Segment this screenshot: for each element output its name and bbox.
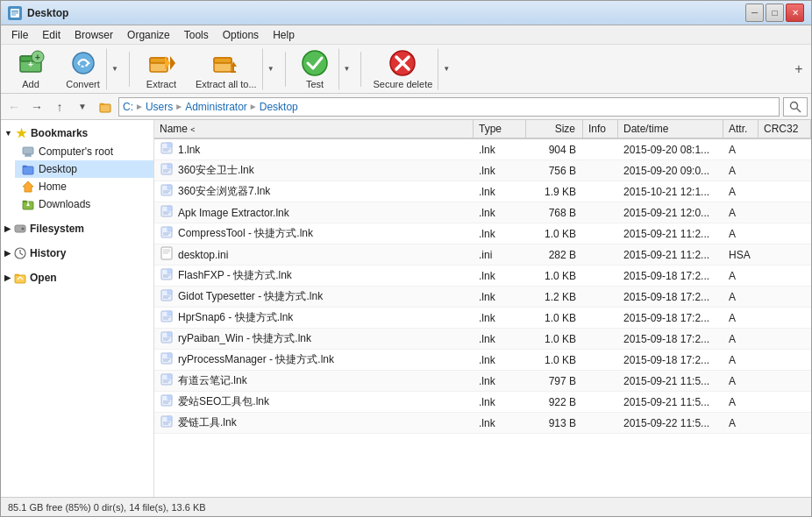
file-list: Name < Type Size Info Date/time Attr. CR… (154, 120, 811, 497)
file-attr: A (723, 289, 759, 305)
table-row[interactable]: FlashFXP - 快捷方式.lnk .lnk 1.0 KB 2015-09-… (154, 266, 811, 287)
svg-rect-76 (167, 332, 172, 336)
add-button[interactable]: + + Add (4, 48, 57, 90)
menu-file[interactable]: File (4, 27, 35, 43)
svg-rect-84 (167, 374, 172, 379)
folder-icon-button[interactable] (96, 97, 115, 117)
close-button[interactable]: ✕ (786, 4, 804, 22)
file-date: 2015-10-21 12:1... (618, 184, 723, 200)
col-header-crc[interactable]: CRC32 (759, 120, 811, 138)
bc-desktop[interactable]: Desktop (260, 101, 298, 113)
col-header-type[interactable]: Type (474, 120, 526, 138)
back-button[interactable]: ← (4, 97, 24, 117)
menu-help[interactable]: Help (266, 27, 302, 43)
dropdown-button[interactable]: ▼ (73, 97, 92, 117)
file-type: .lnk (474, 184, 526, 200)
secure-delete-button[interactable]: Secure delete (367, 48, 438, 90)
table-row[interactable]: ryProcessManager - 快捷方式.lnk .lnk 1.0 KB … (154, 350, 811, 371)
toolbar-separator-2 (285, 52, 286, 87)
extract-all-icon (212, 49, 240, 77)
menu-edit[interactable]: Edit (35, 27, 68, 43)
file-size: 922 B (526, 394, 583, 410)
minimize-button[interactable]: ─ (745, 4, 764, 22)
bc-users[interactable]: Users (146, 101, 173, 113)
col-header-date[interactable]: Date/time (618, 120, 723, 138)
bc-administrator[interactable]: Administrator (185, 101, 247, 113)
bc-c-drive[interactable]: C: (123, 101, 133, 113)
open-header[interactable]: ▶ Open (1, 269, 153, 287)
maximize-button[interactable]: □ (766, 4, 784, 22)
menu-organize[interactable]: Organize (120, 27, 177, 43)
history-header[interactable]: ▶ History (1, 244, 153, 262)
file-type-icon (160, 330, 174, 347)
sidebar-item-downloads[interactable]: Downloads (15, 195, 153, 213)
home-label: Home (39, 181, 67, 193)
col-header-info[interactable]: Info (583, 120, 618, 138)
history-label: History (30, 247, 66, 259)
secure-delete-dropdown-arrow[interactable]: ▼ (438, 48, 455, 90)
svg-point-36 (22, 228, 25, 230)
forward-button[interactable]: → (27, 97, 46, 117)
toolbar: + + Add Convert (1, 45, 811, 94)
filesystem-header[interactable]: ▶ Filesystem (1, 220, 153, 237)
file-info (583, 379, 618, 383)
sidebar-item-desktop[interactable]: Desktop (15, 160, 153, 178)
sidebar-item-home[interactable]: Home (15, 178, 153, 195)
up-button[interactable]: ↑ (50, 97, 69, 117)
file-type: .lnk (474, 310, 526, 326)
sidebar-item-computer-root[interactable]: Computer's root (15, 143, 153, 160)
menu-browser[interactable]: Browser (68, 27, 120, 43)
file-crc (759, 169, 811, 173)
col-header-size[interactable]: Size (526, 120, 583, 138)
file-type-icon (160, 246, 174, 263)
file-crc (759, 337, 811, 341)
extract-all-button-group: Extract all to... ▼ (189, 48, 280, 90)
file-crc (759, 379, 811, 383)
table-row[interactable]: 有道云笔记.lnk .lnk 797 B 2015-09-21 11:5... … (154, 371, 811, 392)
file-type: .lnk (474, 163, 526, 179)
convert-dropdown-arrow[interactable]: ▼ (107, 48, 124, 90)
col-header-attr[interactable]: Attr. (723, 120, 759, 138)
computer-root-label: Computer's root (39, 145, 113, 158)
file-size: 904 B (526, 142, 583, 158)
sort-indicator: < (190, 125, 195, 134)
table-row[interactable]: 360安全浏览器7.lnk .lnk 1.9 KB 2015-10-21 12:… (154, 181, 811, 202)
table-row[interactable]: 360安全卫士.lnk .lnk 756 B 2015-09-20 09:0..… (154, 160, 811, 181)
file-crc (759, 253, 811, 257)
table-row[interactable]: 爱站SEO工具包.lnk .lnk 922 B 2015-09-21 11:5.… (154, 392, 811, 413)
extract-all-button[interactable]: Extract all to... (189, 48, 263, 90)
file-type-icon (160, 393, 174, 410)
test-dropdown-arrow[interactable]: ▼ (339, 48, 356, 90)
file-info (583, 400, 618, 404)
convert-icon (69, 49, 97, 77)
open-label: Open (30, 272, 57, 284)
table-row[interactable]: desktop.ini .ini 282 B 2015-09-21 11:2..… (154, 244, 811, 266)
file-crc (759, 316, 811, 320)
convert-button[interactable]: Convert (59, 48, 107, 90)
table-row[interactable]: Gidot Typesetter - 快捷方式.lnk .lnk 1.2 KB … (154, 287, 811, 308)
search-button[interactable] (783, 97, 808, 117)
file-date: 2015-09-21 11:2... (618, 226, 723, 242)
menu-options[interactable]: Options (216, 27, 266, 43)
titlebar: Desktop ─ □ ✕ (1, 1, 811, 25)
table-row[interactable]: CompressTool - 快捷方式.lnk .lnk 1.0 KB 2015… (154, 223, 811, 244)
col-header-name[interactable]: Name < (154, 120, 474, 138)
table-row[interactable]: HprSnap6 - 快捷方式.lnk .lnk 1.0 KB 2015-09-… (154, 308, 811, 329)
bookmarks-header[interactable]: ▼ ★ Bookmarks (1, 124, 153, 143)
window-title: Desktop (27, 7, 68, 19)
table-row[interactable]: ryPaiban_Win - 快捷方式.lnk .lnk 1.0 KB 2015… (154, 329, 811, 350)
extract-button[interactable]: Extract (135, 48, 188, 90)
filesystem-expand-icon: ▶ (4, 224, 11, 233)
table-row[interactable]: 爱链工具.lnk .lnk 913 B 2015-09-22 11:5... A (154, 413, 811, 434)
file-crc (759, 295, 811, 299)
table-row[interactable]: 1.lnk .lnk 904 B 2015-09-20 08:1... A (154, 139, 811, 160)
svg-rect-92 (167, 416, 172, 421)
table-row[interactable]: Apk Image Extractor.lnk .lnk 768 B 2015-… (154, 202, 811, 223)
breadcrumb: C: ► Users ► Administrator ► Desktop (118, 97, 780, 117)
extract-all-dropdown-arrow[interactable]: ▼ (263, 48, 280, 90)
file-crc (759, 358, 811, 362)
test-button[interactable]: Test (291, 48, 339, 90)
menu-tools[interactable]: Tools (177, 27, 216, 43)
more-button[interactable]: + (790, 48, 808, 90)
file-name: Apk Image Extractor.lnk (154, 202, 474, 223)
